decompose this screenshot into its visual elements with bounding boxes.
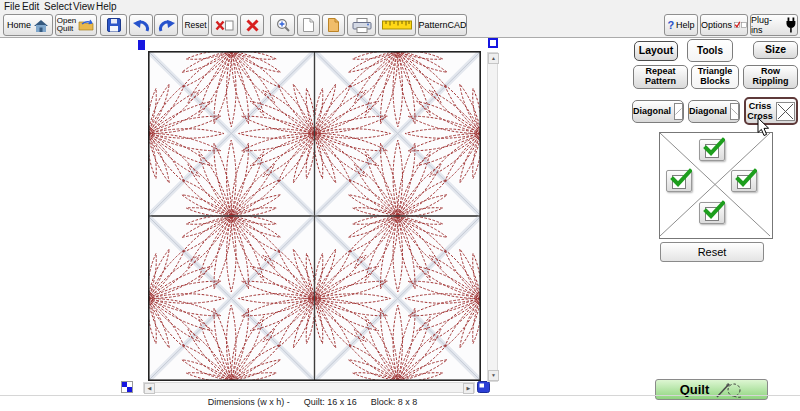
plugins-button[interactable]: Plug-ins xyxy=(750,14,798,36)
diagonal-down-icon xyxy=(730,103,739,120)
diagonal-up-icon xyxy=(674,103,683,120)
ruler-icon xyxy=(382,20,412,30)
mouse-cursor xyxy=(757,118,770,137)
tab-size[interactable]: Size xyxy=(753,41,798,59)
dimensions-label: Dimensions (w x h) - xyxy=(208,397,290,407)
reset-toolbar-button[interactable]: Reset xyxy=(182,14,209,36)
scroll-up-button[interactable]: ▲ xyxy=(488,53,499,64)
reset-panel-label: Reset xyxy=(698,246,727,258)
scroll-left-button[interactable]: ◀ xyxy=(144,383,155,394)
criss-cross-icon xyxy=(776,102,795,121)
corner-handle-icon xyxy=(477,381,490,393)
zoom-icon xyxy=(276,18,290,32)
help-button[interactable]: ? Help xyxy=(664,14,698,36)
selection-handle-bottom-left[interactable] xyxy=(121,381,133,393)
open-quilt-label: OpenQuilt xyxy=(57,17,77,34)
redo-button[interactable] xyxy=(154,14,178,36)
question-icon: ? xyxy=(667,19,674,31)
diagonal-up-button[interactable]: Diagonal xyxy=(632,100,684,123)
canvas-vertical-scrollbar[interactable]: ▲ ▼ xyxy=(487,52,498,382)
tab-tools-label: Tools xyxy=(697,45,723,56)
checker-handle-icon xyxy=(121,381,133,393)
save-button[interactable] xyxy=(100,14,127,36)
undo-icon xyxy=(133,19,150,32)
green-check-icon xyxy=(703,137,725,157)
reset-panel-button[interactable]: Reset xyxy=(660,242,764,262)
reset-toolbar-label: Reset xyxy=(184,20,206,30)
home-icon xyxy=(33,19,49,32)
new-page-button[interactable] xyxy=(297,14,320,36)
row-rippling-button[interactable]: Row Rippling xyxy=(743,65,798,89)
menu-view[interactable]: View xyxy=(73,1,95,12)
menu-file[interactable]: File xyxy=(4,1,20,12)
open-folder-icon xyxy=(78,19,95,31)
menu-edit[interactable]: Edit xyxy=(22,1,39,12)
menu-select[interactable]: Select xyxy=(44,1,72,12)
copy-page-button[interactable] xyxy=(322,14,345,36)
green-check-icon xyxy=(735,168,757,188)
tab-layout-label: Layout xyxy=(639,45,673,57)
delete-selected-button[interactable] xyxy=(211,14,238,36)
crisscross-checkbox-left[interactable] xyxy=(666,170,692,192)
block-size-value: Block: 8 x 8 xyxy=(371,397,418,407)
blank-page-icon xyxy=(303,18,314,32)
green-check-icon xyxy=(703,200,725,220)
save-icon xyxy=(107,18,121,32)
diagonal-down-button[interactable]: Diagonal xyxy=(688,100,740,123)
plugins-label: Plug-ins xyxy=(751,15,783,35)
selection-handle-top-right[interactable] xyxy=(488,38,498,48)
tab-layout[interactable]: Layout xyxy=(634,41,678,61)
quilt-size-value: Quilt: 16 x 16 xyxy=(304,397,357,407)
status-bar: Dimensions (w x h) - Quilt: 16 x 16 Bloc… xyxy=(140,397,485,407)
menu-help[interactable]: Help xyxy=(96,1,117,12)
delete-all-button[interactable] xyxy=(240,14,264,36)
home-button[interactable]: Home xyxy=(3,14,53,36)
toolbar: Home OpenQuilt xyxy=(0,14,800,38)
diagonal-down-label: Diagonal xyxy=(689,107,727,117)
copy-page-icon xyxy=(328,18,339,32)
print-button[interactable] xyxy=(347,14,376,36)
quilt-canvas[interactable] xyxy=(148,51,481,381)
printer-icon xyxy=(352,18,372,33)
options-checkboxes-icon xyxy=(734,19,747,31)
canvas-horizontal-scrollbar[interactable]: ◀ ▶ xyxy=(143,382,475,393)
scroll-right-button[interactable]: ▶ xyxy=(463,383,474,394)
row-rippling-label-2: Rippling xyxy=(753,77,789,87)
menu-bar: File Edit Select View Help xyxy=(0,0,800,14)
tab-size-label: Size xyxy=(765,44,786,56)
plug-icon xyxy=(785,17,797,33)
triangle-blocks-label-2: Blocks xyxy=(700,77,730,87)
repeat-pattern-label-2: Pattern xyxy=(645,77,676,87)
scroll-down-button[interactable]: ▼ xyxy=(488,370,499,381)
selection-handle-top-left[interactable] xyxy=(138,40,145,50)
crisscross-checkbox-bottom[interactable] xyxy=(699,202,725,224)
red-x-icon xyxy=(246,19,259,32)
tab-tools[interactable]: Tools xyxy=(687,39,733,62)
selection-handle-bottom-right[interactable] xyxy=(477,381,490,393)
crisscross-checkbox-top[interactable] xyxy=(699,139,725,161)
redo-icon xyxy=(158,19,175,32)
options-button[interactable]: Options xyxy=(700,14,748,36)
quilt-go-button[interactable]: Quilt xyxy=(655,379,768,400)
undo-button[interactable] xyxy=(129,14,153,36)
crisscross-checkbox-right[interactable] xyxy=(731,170,757,192)
options-label: Options xyxy=(701,20,732,30)
zoom-button[interactable] xyxy=(270,14,295,36)
home-label: Home xyxy=(7,20,31,30)
ruler-button[interactable] xyxy=(378,14,416,36)
quilt-pattern-drawing xyxy=(148,51,481,381)
delete-checkbox-icon xyxy=(215,20,234,31)
diagonal-up-label: Diagonal xyxy=(633,107,671,117)
triangle-blocks-button[interactable]: Triangle Blocks xyxy=(691,65,739,89)
patterncad-label: PatternCAD xyxy=(418,20,466,30)
status-separator xyxy=(0,395,800,396)
open-quilt-button[interactable]: OpenQuilt xyxy=(55,14,97,36)
repeat-pattern-button[interactable]: Repeat Pattern xyxy=(633,65,688,89)
help-label: Help xyxy=(676,20,695,30)
app-window: File Edit Select View Help Home OpenQuil… xyxy=(0,0,800,411)
patterncad-button[interactable]: PatternCAD xyxy=(418,14,467,36)
green-check-icon xyxy=(670,168,692,188)
criss-cross-button[interactable]: CrissCross xyxy=(744,97,798,125)
